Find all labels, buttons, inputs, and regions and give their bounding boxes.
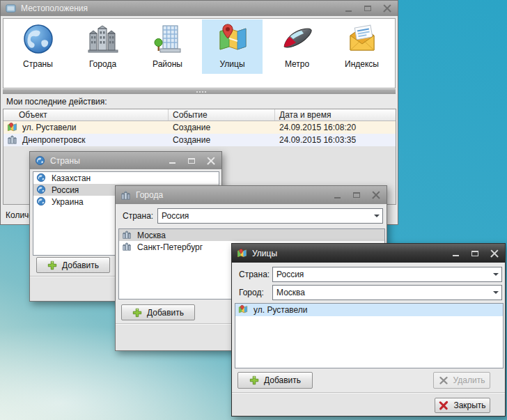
table-header-row: Объект Событие Дата и время [3, 109, 396, 121]
toolbar-item-countries[interactable]: Страны [8, 20, 68, 74]
recent-actions-label: Мои последние действия: [6, 97, 107, 107]
close-button[interactable] [203, 155, 219, 166]
city-building-icon [122, 242, 133, 253]
window-streets: Улицы Страна: Россия Город: Москва ул. Р… [231, 243, 506, 417]
window-title: Страны [50, 156, 164, 166]
toolbar-item-label: Города [89, 59, 116, 69]
list-item-label: Казахстан [52, 173, 91, 183]
toolbar-item-streets[interactable]: Улицы [202, 20, 263, 74]
city-buildings-icon [86, 22, 120, 56]
row-object: ул. Руставели [22, 123, 77, 132]
column-header-event[interactable]: Событие [169, 109, 275, 120]
row-event: Создание [169, 135, 275, 145]
country-dropdown-value: Россия [162, 211, 370, 221]
postal-envelope-icon [345, 22, 379, 56]
plus-icon [132, 308, 142, 318]
close-button[interactable] [380, 3, 395, 14]
add-country-button[interactable]: Добавить [36, 257, 110, 273]
delete-street-button[interactable]: Удалить [433, 372, 490, 389]
window-title: Местоположения [21, 3, 341, 13]
toolbar-item-label: Районы [153, 59, 182, 69]
minimize-button[interactable] [448, 248, 463, 259]
city-field-label: Город: [239, 288, 264, 297]
close-window-button[interactable]: Закрыть [435, 398, 490, 413]
toolbar-item-label: Метро [285, 59, 309, 69]
plus-icon [249, 375, 259, 385]
column-header-datetime[interactable]: Дата и время [275, 109, 396, 120]
table-row[interactable]: ул. Руставели Создание 24.09.2015 16:08:… [3, 121, 396, 134]
list-item-label: Украина [52, 197, 84, 207]
city-building-icon [120, 189, 131, 201]
chevron-down-icon[interactable] [490, 267, 501, 281]
add-city-button[interactable]: Добавить [121, 304, 195, 320]
street-map-pin-icon [236, 248, 247, 259]
toolbar-item-label: Улицы [219, 59, 244, 69]
toolbar-item-label: Индексы [345, 59, 379, 69]
toolbar-item-metro[interactable]: Метро [267, 20, 327, 74]
country-dropdown-value: Россия [276, 270, 490, 279]
street-map-pin-icon [216, 22, 249, 56]
table-row[interactable]: Днепропетровск Создание 24.09.2015 16:03… [3, 134, 396, 146]
titlebar-countries[interactable]: Страны [30, 152, 221, 169]
city-dropdown[interactable]: Москва [272, 285, 502, 300]
plus-icon [47, 260, 57, 270]
list-item-label: Россия [52, 185, 79, 195]
metro-train-icon [281, 22, 314, 56]
x-red-icon [439, 400, 448, 410]
country-field-label: Страна: [123, 211, 153, 221]
district-building-icon [151, 22, 185, 56]
titlebar-locations[interactable]: Местоположения [1, 1, 398, 16]
column-header-object[interactable]: Объект [3, 109, 169, 120]
list-item-label: ул. Руставели [254, 305, 308, 315]
add-street-button[interactable]: Добавить [237, 372, 313, 389]
globe-icon [36, 185, 47, 196]
row-event: Создание [169, 123, 275, 132]
row-datetime: 24.09.2015 16:03:35 [275, 135, 396, 145]
list-item-kazakhstan[interactable]: Казахстан [33, 172, 219, 184]
titlebar-cities[interactable]: Города [116, 186, 387, 204]
country-field-label: Страна: [239, 270, 270, 279]
minimize-button[interactable] [341, 3, 356, 14]
country-dropdown[interactable]: Россия [272, 267, 502, 282]
maximize-button[interactable] [184, 155, 199, 166]
street-map-pin-icon [238, 304, 249, 316]
toolbar-item-label: Страны [23, 59, 53, 69]
list-item-label: Санкт-Петербург [137, 242, 203, 252]
list-item-label: Москва [137, 231, 166, 240]
window-title: Улицы [252, 249, 448, 258]
window-title: Города [136, 190, 329, 200]
row-datetime: 24.09.2015 16:08:20 [275, 123, 396, 132]
chevron-down-icon[interactable] [490, 286, 501, 300]
row-object: Днепропетровск [22, 135, 85, 145]
locations-toolbar: Страны Города Районы Улицы Метро Индексы [3, 18, 396, 88]
street-map-pin-icon [7, 122, 18, 133]
toolbar-item-indexes[interactable]: Индексы [332, 20, 392, 74]
country-dropdown[interactable]: Россия [157, 208, 383, 224]
splitter-handle[interactable] [3, 89, 396, 94]
globe-icon [36, 196, 47, 208]
close-button[interactable] [487, 248, 502, 259]
toolbar-item-cities[interactable]: Города [72, 20, 133, 74]
globe-icon [22, 22, 55, 56]
city-building-icon [7, 134, 18, 146]
maximize-button[interactable] [467, 248, 483, 259]
desktop-background: Местоположения Страны Города Районы [0, 0, 507, 420]
close-button[interactable] [368, 189, 384, 201]
city-building-icon [122, 230, 133, 241]
maximize-button[interactable] [360, 3, 375, 14]
minimize-button[interactable] [164, 155, 180, 166]
city-dropdown-value: Москва [276, 288, 490, 297]
toolbar-item-districts[interactable]: Районы [137, 20, 198, 74]
list-item-moscow[interactable]: Москва [119, 229, 384, 241]
titlebar-streets[interactable]: Улицы [232, 244, 505, 263]
chevron-down-icon[interactable] [370, 209, 382, 223]
list-item-rustaveli-street[interactable]: ул. Руставели [235, 304, 503, 316]
streets-list: ул. Руставели [235, 303, 504, 368]
minimize-button[interactable] [329, 189, 345, 201]
x-gray-icon [439, 375, 448, 385]
globe-icon [34, 155, 45, 166]
locations-window-icon [5, 3, 16, 14]
globe-icon [36, 173, 47, 184]
maximize-button[interactable] [349, 189, 364, 201]
